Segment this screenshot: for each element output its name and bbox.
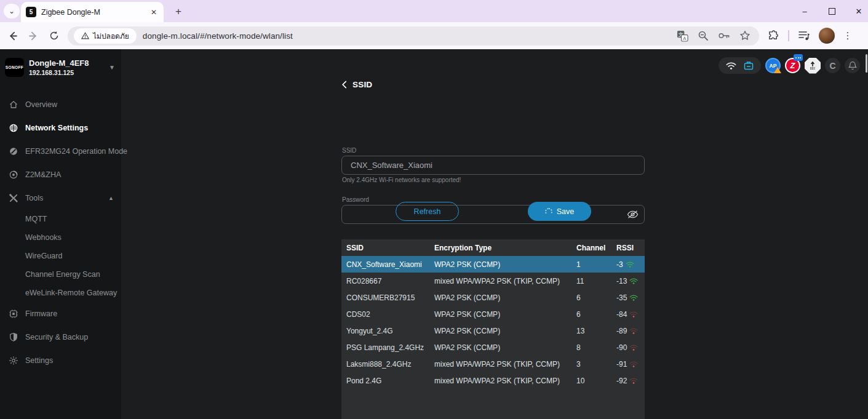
cell-ssid: Laksmi888_2.4GHz xyxy=(346,360,434,369)
cell-channel: 10 xyxy=(576,377,616,385)
window-minimize-button[interactable]: – xyxy=(800,7,809,15)
cell-rssi: -91 xyxy=(616,360,645,369)
table-row[interactable]: CDS02WPA2 PSK (CCMP)6-84 xyxy=(341,306,645,322)
browser-menu-icon[interactable]: ⋮ xyxy=(843,30,853,41)
media-controls-icon[interactable] xyxy=(798,30,810,41)
cell-encryption: WPA2 PSK (CCMP) xyxy=(434,293,576,302)
sidebar-item-firmware[interactable]: Firmware xyxy=(0,302,121,325)
ssid-input[interactable] xyxy=(341,156,645,175)
action-buttons: Refresh Save xyxy=(341,202,645,221)
wifi-strength-icon xyxy=(629,361,638,368)
chevron-up-icon[interactable]: ▲ xyxy=(108,195,114,201)
window-maximize-button[interactable] xyxy=(827,7,836,15)
refresh-button[interactable]: Refresh xyxy=(396,202,459,221)
device-ip: 192.168.31.125 xyxy=(29,69,104,76)
wifi-strength-icon xyxy=(629,311,638,318)
sidebar-item-security-backup[interactable]: Security & Backup xyxy=(0,325,121,349)
device-header[interactable]: SONOFF Dongle-M_4EF8 192.168.31.125 ▼ xyxy=(0,49,121,77)
ap-mode-icon[interactable]: AP xyxy=(765,58,781,73)
main-area: AP Z C SSID SSID On xyxy=(121,49,868,419)
browser-toolbar: ไม่ปลอดภัย dongle-m.local/#/network-mode… xyxy=(0,22,868,49)
wifi-strength-icon xyxy=(629,277,638,285)
sidebar-item-settings[interactable]: Settings xyxy=(0,349,121,372)
zigbee-status-icon[interactable]: Z xyxy=(785,58,800,73)
matter-bridge-icon[interactable] xyxy=(805,58,821,74)
cell-ssid: RC028667 xyxy=(346,277,434,285)
sidebar-item-network-settings[interactable]: Network Settings xyxy=(0,116,121,140)
reload-button[interactable] xyxy=(46,27,63,44)
rssi-value: -35 xyxy=(616,293,627,302)
sidebar-item-label: Security & Backup xyxy=(25,333,88,341)
wifi-icon[interactable] xyxy=(726,62,736,70)
notifications-bell-icon[interactable] xyxy=(845,58,860,73)
cell-ssid: Pond 2.4G xyxy=(346,377,434,385)
save-button[interactable]: Save xyxy=(528,202,591,221)
cell-rssi: -35 xyxy=(616,293,645,302)
security-chip[interactable]: ไม่ปลอดภัย xyxy=(74,28,137,44)
browser-tab[interactable]: 5 Zigbee Dongle-M ✕ xyxy=(21,2,164,22)
wifi-strength-icon xyxy=(629,344,638,351)
wifi-strength-icon xyxy=(629,377,638,385)
table-row[interactable]: RC028667mixed WPA/WPA2 PSK (TKIP, CCMP)1… xyxy=(341,273,645,289)
sidebar-item-label: Network Settings xyxy=(25,124,88,132)
cell-encryption: WPA2 PSK (CCMP) xyxy=(434,310,576,319)
cell-channel: 11 xyxy=(576,277,616,285)
table-row[interactable]: Laksmi888_2.4GHzmixed WPA/WPA2 PSK (TKIP… xyxy=(341,356,645,372)
sidebar-item-label: EFR32MG24 Operation Mode xyxy=(25,147,127,156)
sidebar-item-label: Webhooks xyxy=(25,233,62,242)
profile-avatar[interactable] xyxy=(819,28,835,44)
chevron-down-icon[interactable]: ▼ xyxy=(109,64,115,71)
rssi-value: -84 xyxy=(616,310,627,319)
cell-encryption: WPA2 PSK (CCMP) xyxy=(434,343,576,352)
sidebar-item-channel-energy-scan[interactable]: Channel Energy Scan xyxy=(0,265,121,284)
sidebar-item-label: Z2M&ZHA xyxy=(25,170,61,179)
loading-icon[interactable]: C xyxy=(825,58,840,73)
table-row[interactable]: CNX_Software_XiaomiWPA2 PSK (CCMP)1-3 xyxy=(341,256,645,273)
sidebar-item-z2m-zha[interactable]: Z2M&ZHA xyxy=(0,163,121,186)
app-page: SONOFF Dongle-M_4EF8 192.168.31.125 ▼ Ov… xyxy=(0,49,868,419)
ethernet-icon[interactable] xyxy=(744,61,754,70)
forward-button[interactable] xyxy=(25,27,42,44)
radar-icon xyxy=(9,170,18,180)
extensions-icon[interactable] xyxy=(768,30,779,42)
sidebar-nav: OverviewNetwork SettingsEFR32MG24 Operat… xyxy=(0,93,121,372)
rssi-value: -90 xyxy=(616,343,627,352)
refresh-label: Refresh xyxy=(414,207,441,216)
sidebar-item-tools[interactable]: Tools▲ xyxy=(0,186,121,210)
zigbee-logo: Z xyxy=(786,59,799,72)
col-channel: Channel xyxy=(576,244,616,252)
col-rssi: RSSI xyxy=(616,244,645,252)
sidebar-item-efr32mg24-operation-mode[interactable]: EFR32MG24 Operation Mode xyxy=(0,140,121,163)
shield-icon xyxy=(9,332,18,342)
sidebar-item-ewelink-remote-gateway[interactable]: eWeLink-Remote Gateway xyxy=(0,284,121,302)
table-row[interactable]: PSG Lampang_2.4GHzWPA2 PSK (CCMP)8-90 xyxy=(341,339,645,356)
tab-close-icon[interactable]: ✕ xyxy=(149,7,159,17)
back-button[interactable] xyxy=(4,27,21,44)
password-key-icon[interactable] xyxy=(718,30,730,41)
sidebar-item-webhooks[interactable]: Webhooks xyxy=(0,228,121,247)
new-tab-button[interactable]: + xyxy=(171,4,186,19)
back-chevron-icon[interactable] xyxy=(341,81,347,89)
sidebar-item-mqtt[interactable]: MQTT xyxy=(0,210,121,228)
sidebar-item-label: Settings xyxy=(25,356,53,365)
cell-encryption: mixed WPA/WPA2 PSK (TKIP, CCMP) xyxy=(434,277,576,285)
page-header[interactable]: SSID xyxy=(341,80,372,89)
device-name: Dongle-M_4EF8 xyxy=(29,58,104,68)
address-bar[interactable]: ไม่ปลอดภัย dongle-m.local/#/network-mode… xyxy=(68,26,759,46)
table-row[interactable]: Pond 2.4Gmixed WPA/WPA2 PSK (TKIP, CCMP)… xyxy=(341,372,645,389)
zoom-icon[interactable] xyxy=(698,30,709,41)
cell-ssid: CDS02 xyxy=(346,310,434,319)
translate-icon[interactable]: 文A xyxy=(677,30,688,42)
home-icon xyxy=(9,100,18,110)
window-close-button[interactable]: ✕ xyxy=(854,7,863,15)
tab-favicon: 5 xyxy=(26,7,36,17)
table-row[interactable]: CONSUMERB27915WPA2 PSK (CCMP)6-35 xyxy=(341,289,645,306)
table-row[interactable]: Yongyut_2.4GWPA2 PSK (CCMP)13-89 xyxy=(341,322,645,339)
cell-ssid: CNX_Software_Xiaomi xyxy=(346,260,434,269)
warning-badge-icon xyxy=(774,67,781,73)
tab-search-button[interactable]: ⌄ xyxy=(4,4,20,18)
sidebar-item-wireguard[interactable]: WireGuard xyxy=(0,247,121,265)
sidebar-item-overview[interactable]: Overview xyxy=(0,93,121,116)
bookmark-star-icon[interactable] xyxy=(739,30,751,41)
cell-channel: 8 xyxy=(576,343,616,352)
